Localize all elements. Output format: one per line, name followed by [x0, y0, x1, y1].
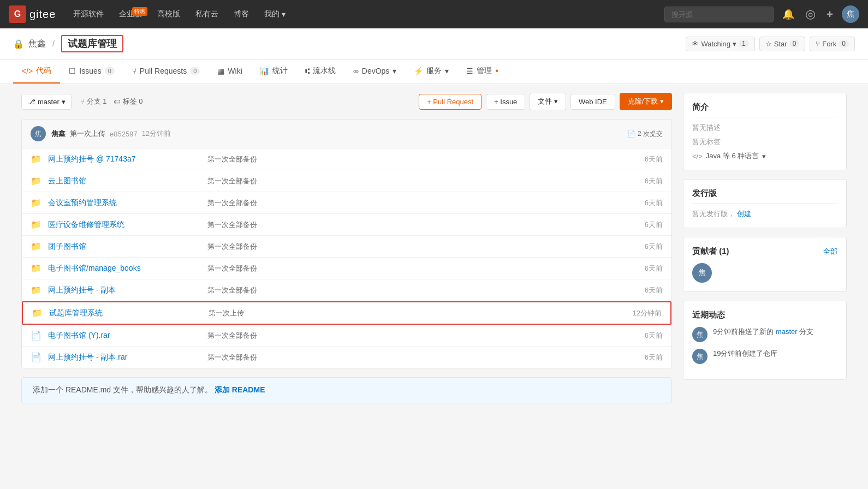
file-row: 📁 试题库管理系统 第一次上传 12分钟前 — [22, 301, 671, 325]
file-row: 📁 网上预约挂号 @ 71743a7 第一次全部备份 6天前 — [22, 148, 671, 170]
file-name[interactable]: 云上图书馆 — [48, 176, 201, 186]
file-commit-message[interactable]: 第一次全部备份 — [207, 220, 613, 230]
tab-pull-requests[interactable]: ⑂ Pull Requests 0 — [123, 60, 209, 83]
commit-info: 焦鑫 第一次上传 e852597 12分钟前 — [51, 129, 622, 139]
repo-slash: / — [52, 39, 55, 48]
file-name[interactable]: 医疗设备维修管理系统 — [48, 220, 201, 230]
tab-pipeline[interactable]: ⑆ 流水线 — [296, 59, 344, 84]
commit-avatar[interactable]: 焦 — [31, 126, 46, 141]
readme-hint: 添加一个 README.md 文件，帮助感兴趣的人了解。 添加 README — [21, 377, 672, 403]
file-commit-message[interactable]: 第一次全部备份 — [207, 264, 613, 273]
chevron-down-icon: ▾ — [393, 67, 396, 75]
repo-tabs: </> 代码 ☐ Issues 0 ⑂ Pull Requests 0 ▦ Wi… — [0, 59, 868, 84]
file-commit-message[interactable]: 第一次全部备份 — [207, 285, 613, 295]
file-name[interactable]: 网上预约挂号 - 副本.rar — [48, 353, 201, 362]
tab-devops[interactable]: ∞ DevOps ▾ — [344, 60, 406, 83]
file-commit-message[interactable]: 第一次全部备份 — [207, 154, 613, 164]
toolbar-right: + Pull Request + Issue 文件 ▾ Web IDE 克隆/下… — [419, 93, 672, 110]
file-button-label: 文件 — [538, 97, 552, 105]
sidebar-intro: 简介 暂无描述 暂无标签 </> Java 等 6 种语言 ▾ — [683, 93, 847, 170]
issues-icon: ☐ — [69, 67, 76, 75]
search-input[interactable] — [664, 7, 774, 22]
file-row: 📁 电子图书馆/manage_books 第一次全部备份 6天前 — [22, 258, 671, 279]
file-rows: 📁 网上预约挂号 @ 71743a7 第一次全部备份 6天前 📁 云上图书馆 第… — [22, 148, 671, 368]
contributors-all-link[interactable]: 全部 — [823, 247, 837, 257]
file-time: 6天前 — [619, 176, 663, 186]
web-ide-button[interactable]: Web IDE — [570, 94, 615, 110]
tab-wiki[interactable]: ▦ Wiki — [209, 60, 251, 83]
watching-button[interactable]: 👁 Watching ▾ 1 — [686, 37, 754, 51]
clone-button[interactable]: 克隆/下载 ▾ — [620, 93, 672, 110]
release-title: 发行版 — [692, 188, 837, 204]
file-commit-message[interactable]: 第一次全部备份 — [207, 353, 613, 362]
file-commit-message[interactable]: 第一次全部备份 — [207, 242, 613, 252]
language-info[interactable]: </> Java 等 6 种语言 ▾ — [692, 151, 837, 161]
tab-pipeline-label: 流水线 — [313, 66, 336, 76]
top-navigation: G gitee 开源软件 企业版 特惠 高校版 私有云 博客 我的 ▾ 🔔 ◎ … — [0, 0, 868, 28]
logo[interactable]: G gitee — [9, 5, 56, 23]
folder-icon: 📁 — [31, 198, 41, 208]
activity-title: 近期动态 — [692, 310, 837, 320]
file-name[interactable]: 会议室预约管理系统 — [48, 198, 201, 208]
create-release-link[interactable]: 创建 — [737, 210, 751, 218]
nav-university[interactable]: 高校版 — [151, 5, 187, 23]
file-time: 6天前 — [619, 353, 663, 362]
plus-icon[interactable]: + — [824, 6, 835, 23]
notification-icon[interactable]: 🔔 — [780, 6, 796, 22]
activity-link[interactable]: master — [776, 327, 798, 336]
fork-count: 0 — [839, 40, 849, 47]
add-readme-link[interactable]: 添加 README — [215, 385, 265, 394]
commit-author: 焦鑫 — [51, 129, 66, 139]
file-commit-message[interactable]: 第一次全部备份 — [207, 198, 613, 208]
eye-icon: 👁 — [692, 40, 699, 48]
wiki-icon: ▦ — [217, 67, 224, 75]
watching-label: Watching — [701, 40, 730, 48]
nav-enterprise[interactable]: 企业版 特惠 — [112, 5, 148, 23]
tab-code[interactable]: </> 代码 — [13, 59, 60, 84]
pull-request-button[interactable]: + Pull Request — [419, 94, 481, 110]
folder-icon: 📁 — [31, 176, 41, 186]
nav-mine[interactable]: 我的 ▾ — [258, 5, 292, 23]
file-name[interactable]: 团子图书馆 — [48, 242, 201, 252]
activity-avatar[interactable]: 焦 — [692, 327, 708, 342]
activity-avatar[interactable]: 焦 — [692, 349, 708, 364]
file-commit-message[interactable]: 第一次全部备份 — [207, 176, 613, 186]
file-name[interactable]: 网上预约挂号 @ 71743a7 — [48, 154, 201, 164]
chevron-down-icon: ▾ — [762, 152, 766, 160]
file-name[interactable]: 网上预约挂号 - 副本 — [48, 285, 201, 295]
file-name[interactable]: 试题库管理系统 — [49, 308, 202, 318]
contributor-avatar[interactable]: 焦 — [692, 263, 712, 283]
repo-owner[interactable]: 焦鑫 — [28, 38, 46, 50]
nav-open-source[interactable]: 开源软件 — [67, 5, 110, 23]
tab-code-label: 代码 — [36, 66, 51, 76]
user-avatar[interactable]: 焦 — [842, 5, 859, 23]
repo-name: 试题库管理 — [68, 38, 117, 49]
branch-meta: ⑂ 分支 1 🏷 标签 0 — [80, 97, 143, 106]
commit-message[interactable]: 第一次上传 — [70, 129, 105, 139]
nav-private-cloud[interactable]: 私有云 — [189, 5, 225, 23]
branch-count-label: 分支 1 — [87, 97, 107, 106]
star-button[interactable]: ☆ Star 0 — [759, 37, 806, 51]
repo-title-area: 🔒 焦鑫 / 试题库管理 — [13, 35, 123, 52]
tab-stats[interactable]: 📊 统计 — [251, 59, 296, 84]
tab-issues[interactable]: ☐ Issues 0 — [60, 60, 123, 83]
fork-button[interactable]: ⑂ Fork 0 — [810, 37, 855, 51]
discover-icon[interactable]: ◎ — [803, 5, 818, 23]
enterprise-badge: 特惠 — [132, 7, 147, 16]
nav-blog[interactable]: 博客 — [227, 5, 255, 23]
file-commit-message[interactable]: 第一次上传 — [209, 308, 611, 318]
file-name[interactable]: 电子图书馆/manage_books — [48, 264, 201, 273]
branch-selector[interactable]: ⎇ master ▾ — [21, 94, 72, 110]
issue-button[interactable]: + Issue — [486, 94, 525, 110]
chevron-down-icon: ▾ — [733, 40, 736, 48]
fork-icon: ⑂ — [816, 40, 820, 48]
commit-count[interactable]: 📄 2 次提交 — [627, 129, 663, 139]
no-tags: 暂无标签 — [692, 137, 837, 147]
file-time: 6天前 — [619, 264, 663, 273]
no-release-text: 暂无发行版， — [692, 210, 735, 218]
file-button[interactable]: 文件 ▾ — [530, 93, 566, 110]
file-name[interactable]: 电子图书馆 (Y).rar — [48, 331, 201, 341]
tab-manage[interactable]: ☰ 管理 • — [457, 59, 507, 84]
tab-services[interactable]: ⚡ 服务 ▾ — [405, 59, 457, 84]
file-commit-message[interactable]: 第一次全部备份 — [207, 331, 613, 341]
